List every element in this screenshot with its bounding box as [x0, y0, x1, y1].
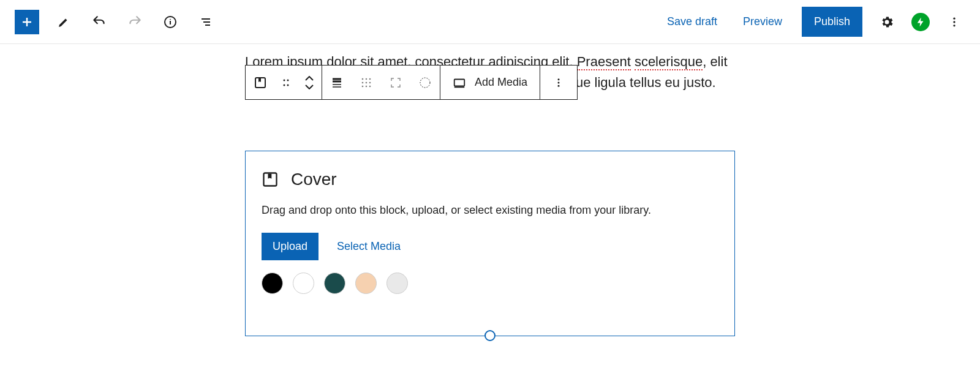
- pencil-icon: [56, 15, 71, 29]
- resize-handle[interactable]: [484, 330, 496, 341]
- full-height-button[interactable]: [381, 66, 410, 99]
- kebab-icon: [553, 77, 564, 88]
- block-inserter-button[interactable]: [15, 10, 39, 34]
- media-icon: [453, 76, 466, 89]
- drag-handle-button[interactable]: [275, 66, 297, 99]
- plus-icon: [20, 15, 34, 29]
- cover-block-icon: [253, 75, 268, 90]
- svg-point-9: [362, 78, 364, 80]
- fullscreen-icon: [390, 77, 402, 89]
- svg-point-12: [362, 81, 364, 83]
- svg-point-16: [366, 85, 368, 87]
- add-media-button[interactable]: Add Media: [440, 66, 540, 99]
- align-icon: [331, 77, 343, 89]
- list-view-icon: [198, 15, 213, 29]
- chevron-up-icon: [305, 76, 314, 81]
- svg-point-22: [558, 85, 560, 86]
- svg-point-11: [369, 78, 371, 80]
- color-swatch[interactable]: [324, 273, 345, 294]
- add-media-label: Add Media: [475, 76, 527, 89]
- svg-point-15: [362, 85, 364, 87]
- grid-position-icon: [360, 77, 372, 89]
- kebab-icon: [948, 16, 960, 28]
- move-down-button[interactable]: [305, 85, 314, 89]
- color-swatch[interactable]: [355, 273, 377, 294]
- svg-point-1: [953, 17, 955, 19]
- toolbar-group-more: [540, 66, 577, 99]
- svg-point-17: [369, 85, 371, 87]
- svg-point-21: [558, 81, 560, 83]
- undo-button[interactable]: [88, 11, 110, 33]
- svg-rect-19: [454, 79, 465, 86]
- svg-point-6: [287, 79, 289, 81]
- cover-block-header: Cover: [262, 170, 718, 189]
- block-type-button[interactable]: [246, 66, 275, 99]
- redo-icon: [127, 14, 143, 30]
- spellcheck-underline: Praesent: [577, 54, 631, 70]
- svg-point-7: [284, 84, 285, 86]
- bolt-icon: [915, 17, 926, 28]
- info-icon: [163, 15, 178, 29]
- cover-block-description: Drag and drop onto this block, upload, o…: [262, 204, 718, 217]
- svg-point-18: [420, 78, 430, 88]
- paragraph-text: ue ligula tellus eu justo.: [576, 75, 716, 90]
- svg-point-8: [287, 84, 289, 86]
- editor-header: Save draft Preview Publish: [0, 0, 980, 44]
- paragraph-text: [631, 54, 635, 69]
- color-swatches: [262, 273, 718, 294]
- header-right: Save draft Preview Publish: [661, 7, 965, 37]
- svg-point-13: [366, 81, 368, 83]
- svg-point-20: [558, 78, 560, 80]
- move-up-button[interactable]: [305, 76, 314, 81]
- options-button[interactable]: [943, 11, 965, 33]
- cover-block[interactable]: Cover Drag and drop onto this block, upl…: [245, 151, 735, 336]
- svg-point-3: [953, 24, 955, 26]
- edit-mode-button[interactable]: [53, 11, 75, 33]
- color-swatch[interactable]: [262, 273, 283, 294]
- svg-point-5: [284, 79, 285, 81]
- block-options-button[interactable]: [540, 66, 577, 99]
- toolbar-group-block: [246, 66, 322, 99]
- block-toolbar: Add Media: [245, 65, 578, 100]
- cover-block-title: Cover: [291, 170, 337, 189]
- content-position-button[interactable]: [352, 66, 381, 99]
- drag-handle-icon: [281, 78, 291, 88]
- outline-button[interactable]: [195, 11, 217, 33]
- cover-block-icon: [262, 171, 279, 188]
- save-draft-button[interactable]: Save draft: [661, 12, 723, 32]
- svg-point-2: [953, 21, 955, 23]
- jetpack-icon[interactable]: [911, 13, 930, 31]
- paragraph-text: , elit: [703, 54, 727, 69]
- chevron-down-icon: [305, 85, 314, 89]
- toolbar-group-media: Add Media: [440, 66, 540, 99]
- preview-button[interactable]: Preview: [737, 12, 788, 32]
- undo-icon: [91, 14, 107, 30]
- redo-button[interactable]: [124, 11, 146, 33]
- editor-canvas: Lorem ipsum dolor sit amet, consectetur …: [245, 51, 735, 336]
- toolbar-group-align: [322, 66, 440, 99]
- settings-button[interactable]: [876, 11, 898, 33]
- gear-icon: [880, 15, 894, 29]
- color-swatch[interactable]: [293, 273, 314, 294]
- block-movers: [297, 76, 322, 89]
- spellcheck-underline: scelerisque: [635, 54, 703, 70]
- upload-button[interactable]: Upload: [262, 233, 318, 260]
- svg-point-14: [369, 81, 371, 83]
- change-alignment-button[interactable]: [322, 66, 352, 99]
- duotone-icon: [418, 76, 432, 89]
- header-left: [15, 10, 217, 34]
- details-button[interactable]: [159, 11, 181, 33]
- publish-button[interactable]: Publish: [802, 7, 862, 37]
- cover-block-actions: Upload Select Media: [262, 233, 718, 260]
- duotone-button[interactable]: [410, 66, 440, 99]
- svg-point-10: [366, 78, 368, 80]
- select-media-button[interactable]: Select Media: [333, 239, 404, 254]
- color-swatch[interactable]: [386, 273, 408, 294]
